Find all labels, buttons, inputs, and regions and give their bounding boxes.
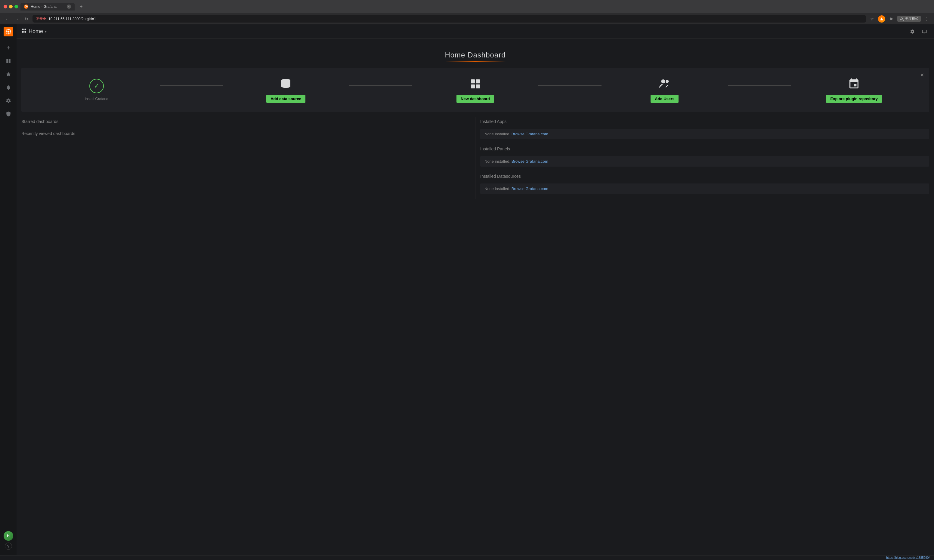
step-explore-plugins: Explore plugin repository: [791, 77, 917, 103]
sidebar-item-shield[interactable]: [2, 108, 14, 120]
installed-datasources-item: None installed. Browse Grafana.com: [480, 183, 929, 194]
step-connector-2: [349, 85, 412, 86]
sidebar-item-create[interactable]: [2, 42, 14, 54]
browser-titlebar: Home - Grafana ✕ +: [0, 0, 934, 13]
add-users-icon: [659, 77, 671, 91]
help-icon: ?: [7, 544, 10, 549]
home-chevron-icon: ▾: [45, 29, 47, 34]
main-content: Home ▾ Home Dashboard ✕: [17, 25, 934, 555]
add-users-button[interactable]: Add Users: [650, 95, 678, 103]
step-add-datasource: Add data source: [223, 77, 349, 103]
reload-button[interactable]: ↻: [23, 15, 30, 23]
sidebar-item-explore[interactable]: [2, 68, 14, 80]
new-tab-button[interactable]: +: [77, 2, 85, 11]
minimize-window-button[interactable]: [9, 5, 12, 8]
browser-addressbar: ← → ↻ 不安全 10.211.55.111:3000/?orgId=1 ☆ …: [0, 13, 934, 25]
address-bar[interactable]: 不安全 10.211.55.111:3000/?orgId=1: [32, 15, 866, 23]
two-col-layout: Starred dashboards Recently viewed dashb…: [22, 117, 929, 199]
app-container: H ? Home ▾: [0, 25, 934, 555]
svg-point-1: [26, 6, 27, 7]
browser-actions: ☆ 无痕模式 ⋮: [868, 15, 930, 23]
home-title[interactable]: Home ▾: [22, 28, 47, 35]
new-dashboard-icon: [469, 77, 481, 91]
sidebar-item-alerting[interactable]: [2, 82, 14, 94]
recent-dashboards-title: Recently viewed dashboards: [22, 129, 470, 137]
installed-panels-text: None installed.: [484, 159, 512, 164]
svg-rect-11: [8, 59, 10, 61]
installed-datasources-title: Installed Datasources: [480, 171, 929, 180]
svg-rect-10: [6, 59, 8, 61]
maximize-window-button[interactable]: [14, 5, 18, 8]
getting-started-panel: ✕ ✓ Install Grafana: [22, 68, 929, 112]
explore-plugins-icon: [848, 77, 860, 91]
back-button[interactable]: ←: [4, 15, 11, 23]
steps-container: ✓ Install Grafana: [28, 74, 923, 106]
sidebar-item-help[interactable]: ?: [5, 543, 12, 550]
svg-point-24: [661, 79, 665, 83]
svg-rect-13: [8, 62, 10, 63]
tv-mode-button[interactable]: [920, 27, 929, 36]
svg-rect-12: [6, 62, 8, 63]
extension-button[interactable]: [888, 15, 895, 23]
svg-rect-20: [471, 79, 475, 83]
traffic-lights: [4, 5, 18, 8]
home-grid-icon: [22, 28, 27, 35]
install-grafana-check-icon: ✓: [89, 79, 104, 93]
new-dashboard-button[interactable]: New dashboard: [456, 95, 494, 103]
installed-datasources-browse-link[interactable]: Browse Grafana.com: [512, 186, 548, 191]
installed-datasources-text: None installed.: [484, 186, 512, 191]
col-right: Installed Apps None installed. Browse Gr…: [475, 117, 929, 199]
step-connector-3: [538, 85, 601, 86]
svg-rect-22: [471, 85, 475, 88]
svg-rect-17: [22, 31, 23, 33]
svg-rect-23: [476, 85, 479, 88]
tab-title: Home - Grafana: [31, 5, 57, 9]
add-datasource-button[interactable]: Add data source: [266, 95, 305, 103]
step-connector-1: [160, 85, 223, 86]
browser-tab[interactable]: Home - Grafana ✕: [20, 3, 75, 11]
explore-plugins-button[interactable]: Explore plugin repository: [826, 95, 882, 103]
close-window-button[interactable]: [4, 5, 7, 8]
step-new-dashboard: New dashboard: [412, 77, 539, 103]
user-avatar[interactable]: H: [4, 531, 13, 541]
status-url: https://blog.csdn.net/xs18852904: [886, 556, 930, 559]
installed-datasources-section: Installed Datasources None installed. Br…: [480, 171, 929, 194]
installed-panels-browse-link[interactable]: Browse Grafana.com: [512, 159, 548, 164]
grafana-logo[interactable]: [4, 27, 13, 36]
sidebar-item-dashboards[interactable]: [2, 55, 14, 67]
getting-started-close-button[interactable]: ✕: [919, 71, 926, 78]
col-left: Starred dashboards Recently viewed dashb…: [22, 117, 475, 199]
step-connector-4: [728, 85, 791, 86]
dashboard-title-underline: [445, 61, 506, 62]
datasource-icon: [280, 77, 292, 91]
svg-point-25: [666, 80, 669, 83]
step-install-label: Install Grafana: [85, 97, 108, 101]
browser-user-avatar[interactable]: [878, 15, 885, 23]
installed-apps-title: Installed Apps: [480, 117, 929, 125]
home-label: Home: [29, 28, 43, 35]
installed-panels-section: Installed Panels None installed. Browse …: [480, 144, 929, 167]
status-bar: https://blog.csdn.net/xs18852904: [0, 555, 934, 560]
dashboard-settings-button[interactable]: [908, 27, 917, 36]
menu-button[interactable]: ⋮: [923, 15, 930, 23]
svg-point-2: [881, 17, 883, 19]
topbar-actions: [908, 27, 929, 36]
svg-marker-14: [6, 72, 11, 76]
step-add-users: Add Users: [601, 77, 728, 103]
forward-button[interactable]: →: [13, 15, 20, 23]
bookmark-button[interactable]: ☆: [868, 15, 875, 23]
starred-dashboards-title: Starred dashboards: [22, 117, 470, 125]
installed-apps-text: None installed.: [484, 132, 512, 136]
installed-apps-section: Installed Apps None installed. Browse Gr…: [480, 117, 929, 139]
installed-panels-title: Installed Panels: [480, 144, 929, 152]
topbar: Home ▾: [17, 25, 934, 39]
tab-favicon: [24, 5, 28, 9]
installed-panels-item: None installed. Browse Grafana.com: [480, 156, 929, 167]
sidebar-item-config[interactable]: [2, 95, 14, 107]
dashboard-title: Home Dashboard: [23, 51, 928, 59]
browser-chrome: Home - Grafana ✕ + ← → ↻ 不安全 10.211.55.1…: [0, 0, 934, 25]
tab-close-button[interactable]: ✕: [67, 5, 71, 9]
installed-apps-browse-link[interactable]: Browse Grafana.com: [512, 132, 548, 136]
url-address: 10.211.55.111:3000/?orgId=1: [48, 17, 96, 21]
sidebar-bottom: H ?: [4, 531, 13, 553]
